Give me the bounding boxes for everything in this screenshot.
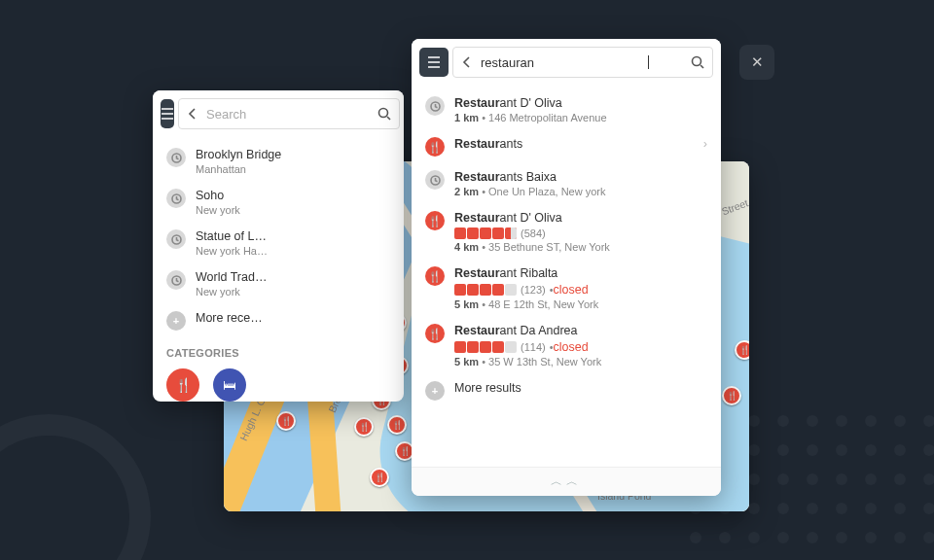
recent-item[interactable]: Brooklyn Bridge Manhattan	[164, 141, 392, 182]
result-sub: 1 km • 146 Metropolitan Avenue	[454, 112, 707, 123]
result-sub: 5 km • 48 E 12th St, New York	[454, 298, 707, 310]
item-title: Statue of L…	[196, 229, 268, 243]
search-input[interactable]	[481, 55, 644, 70]
item-sub: New york Ha…	[196, 245, 268, 257]
fork-knife-icon: 🍴	[425, 137, 445, 157]
result-sub: 5 km • 35 W 13th St, New York	[454, 356, 707, 368]
cat-food[interactable]: 🍴Food	[166, 368, 199, 402]
closed-tag: closed	[554, 283, 589, 297]
result-item[interactable]: 🍴 Restaurants ›	[423, 130, 709, 163]
menu-button[interactable]	[419, 48, 449, 77]
back-icon[interactable]	[461, 56, 473, 68]
more-recent[interactable]: + More rece…	[164, 304, 392, 337]
search-field[interactable]	[452, 47, 713, 78]
closed-tag: closed	[554, 340, 589, 354]
search-field[interactable]	[178, 98, 400, 129]
plus-icon: +	[166, 311, 186, 331]
svg-point-0	[379, 109, 388, 118]
bg-search-glyph	[0, 414, 151, 560]
fork-knife-icon: 🍴	[425, 266, 445, 286]
history-icon	[166, 189, 186, 208]
cat-hotel[interactable]: 🛏Ho…	[213, 368, 246, 402]
plus-icon: +	[425, 381, 445, 401]
svg-point-5	[693, 57, 701, 66]
close-button[interactable]: ✕	[739, 45, 774, 80]
result-title: Restaurant Da Andrea	[454, 324, 707, 337]
more-results[interactable]: + More results	[423, 374, 709, 407]
fork-knife-icon: 🍴	[425, 211, 445, 230]
collapse-handle[interactable]: ︿︿	[412, 467, 721, 496]
search-icon[interactable]	[377, 107, 391, 121]
item-title: Soho	[196, 189, 240, 202]
result-title: Restaurants	[454, 137, 694, 151]
more-label: More rece…	[196, 311, 263, 325]
categories-heading: CATEGORIES	[164, 337, 392, 365]
text-caret	[648, 55, 649, 69]
history-icon	[166, 270, 186, 290]
menu-button[interactable]	[161, 99, 174, 128]
history-icon	[166, 229, 186, 249]
search-input[interactable]	[206, 107, 370, 122]
result-item[interactable]: Restaurants Baixa2 km • One Un Plaza, Ne…	[423, 163, 709, 204]
item-sub: New york	[196, 204, 240, 216]
chevron-right-icon: ›	[703, 137, 707, 151]
result-sub: 2 km • One Un Plaza, New york	[454, 186, 707, 197]
back-icon[interactable]	[187, 108, 198, 120]
map-poi-icon[interactable]: 🍴	[370, 468, 389, 487]
fork-knife-icon: 🍴	[166, 368, 199, 402]
search-icon[interactable]	[691, 55, 704, 69]
item-sub: New york	[196, 286, 267, 298]
item-title: Brooklyn Bridge	[196, 148, 281, 161]
star-rating	[454, 228, 517, 239]
result-item[interactable]: Restaurant D' Oliva1 km • 146 Metropolit…	[423, 89, 709, 130]
hotel-icon: 🛏	[213, 368, 246, 402]
result-item[interactable]: 🍴 Restaurant Ribalta(123) • closed5 km •…	[423, 260, 709, 317]
item-sub: Manhattan	[196, 163, 281, 175]
rating-count: (114)	[521, 341, 546, 353]
history-icon	[425, 170, 445, 190]
item-title: World Trad…	[196, 270, 267, 284]
map-poi-icon[interactable]: 🍴	[722, 386, 741, 405]
map-poi-icon[interactable]: 🍴	[387, 415, 407, 435]
map-label: Street	[720, 196, 749, 217]
recent-item[interactable]: World Trad… New york	[164, 263, 392, 304]
fork-knife-icon: 🍴	[425, 324, 445, 343]
rating-count: (123)	[521, 284, 546, 296]
result-title: Restaurant D' Oliva	[454, 96, 707, 110]
star-rating	[454, 341, 517, 353]
result-title: Restaurant Ribalta	[454, 266, 707, 280]
recent-panel: Brooklyn Bridge Manhattan Soho New york …	[153, 90, 404, 402]
history-icon	[425, 96, 445, 116]
rating-count: (584)	[521, 228, 546, 239]
map-poi-icon[interactable]: 🍴	[735, 340, 749, 360]
result-item[interactable]: 🍴 Restaurant D' Oliva(584)4 km • 35 Beth…	[423, 204, 709, 260]
recent-item[interactable]: Statue of L… New york Ha…	[164, 223, 392, 263]
result-title: Restaurant D' Oliva	[454, 211, 707, 225]
result-item[interactable]: 🍴 Restaurant Da Andrea(114) • closed5 km…	[423, 317, 709, 374]
result-title: Restaurants Baixa	[454, 170, 707, 184]
star-rating	[454, 284, 517, 296]
history-icon	[166, 148, 186, 167]
map-poi-icon[interactable]: 🍴	[354, 417, 374, 437]
result-sub: 4 km • 35 Bethune ST, New York	[454, 241, 707, 253]
more-label: More results	[454, 381, 521, 395]
map-poi-icon[interactable]: 🍴	[276, 411, 296, 431]
results-panel: Restaurant D' Oliva1 km • 146 Metropolit…	[412, 39, 721, 496]
recent-item[interactable]: Soho New york	[164, 182, 392, 223]
